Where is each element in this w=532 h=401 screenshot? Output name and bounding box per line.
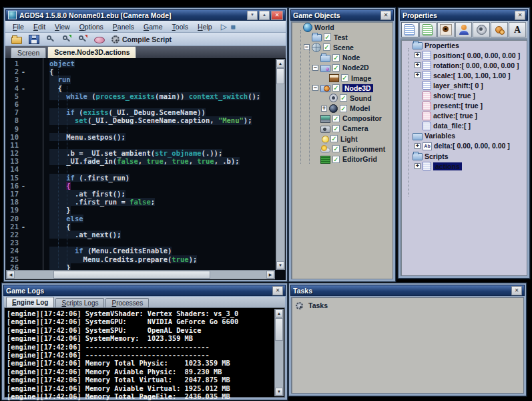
property-properties[interactable]: Properties <box>401 40 527 50</box>
property-data-file[interactable]: data_file:[ ] <box>401 121 527 131</box>
tree-item-image[interactable]: ✓Image <box>292 73 392 83</box>
properties-tree[interactable]: Properties+position:[ 0.00, 0.00, 0.00 ]… <box>401 39 527 276</box>
property-scripts[interactable]: Scripts <box>401 151 527 161</box>
scroll-down-button[interactable]: ▼ <box>275 388 283 396</box>
menu-tools[interactable]: Tools <box>168 22 194 31</box>
tree-item-node2d[interactable]: −✓Node2D <box>292 63 392 73</box>
tree-item-sound[interactable]: ✓Sound <box>292 93 392 103</box>
zoom-in-button[interactable] <box>59 34 74 44</box>
props-tab-sound[interactable] <box>473 22 490 37</box>
property-rotation[interactable]: +rotation:[ 0.00, 0.00, 0.00 ] <box>401 60 527 70</box>
tasks-body[interactable]: Tasks <box>291 297 524 394</box>
log-vscrollbar[interactable]: ▲ ▼ <box>274 309 284 396</box>
zoom-out-button[interactable] <box>75 34 90 44</box>
fold-marker[interactable]: - <box>19 182 28 190</box>
scroll-up-button[interactable]: ▲ <box>276 59 284 68</box>
tree-item-node[interactable]: ✓Node <box>292 53 392 63</box>
vscroll-thumb[interactable] <box>275 318 283 341</box>
collapse-icon[interactable]: − <box>312 85 318 91</box>
property-actions[interactable]: +actions <box>401 161 527 171</box>
property-scale[interactable]: +scale:[ 1.00, 1.00, 1.00 ] <box>401 70 527 80</box>
expand-icon[interactable]: + <box>415 62 421 68</box>
fold-marker[interactable]: - <box>19 68 28 76</box>
close-icon[interactable]: ✕ <box>272 286 283 295</box>
log-tab-scripts-logs[interactable]: Scripts Logs <box>55 298 104 307</box>
scroll-left-button[interactable]: ◀ <box>7 271 15 279</box>
maximize-button[interactable]: ▲ <box>259 11 270 20</box>
tree-item-test[interactable]: ✓Test <box>292 32 392 42</box>
property-show[interactable]: show:[ true ] <box>401 90 527 100</box>
scroll-up-button[interactable]: ▲ <box>275 309 283 317</box>
checkbox[interactable]: ✓ <box>340 94 347 102</box>
game-logs-titlebar[interactable]: Game Logs ✕ <box>3 285 286 296</box>
menu-edit[interactable]: Edit <box>29 22 50 31</box>
close-icon[interactable]: ✕ <box>511 286 522 295</box>
checkbox[interactable]: ✓ <box>332 115 340 122</box>
expand-icon[interactable]: + <box>415 72 421 78</box>
tree-item-light[interactable]: ✓Light <box>292 134 392 144</box>
vscroll-thumb[interactable] <box>276 68 284 84</box>
play-icon[interactable]: ▷ <box>221 23 227 30</box>
close-button[interactable]: ✕ <box>271 11 283 20</box>
zoom-button[interactable] <box>43 34 58 44</box>
tree-item-editorgrid[interactable]: ✓EditorGrid <box>292 154 392 164</box>
property-position[interactable]: +position:[ 0.00, 0.00, 0.00 ] <box>401 50 527 60</box>
checkbox[interactable]: ✓ <box>332 84 340 92</box>
compile-script-button[interactable]: Compile Script <box>109 35 174 44</box>
props-tab-user[interactable] <box>455 22 473 37</box>
property-active[interactable]: active:[ true ] <box>401 111 527 121</box>
menu-game[interactable]: Game <box>139 22 168 31</box>
open-file-button[interactable] <box>9 34 25 45</box>
expand-icon[interactable]: + <box>415 143 421 149</box>
checkbox[interactable]: ✓ <box>332 156 340 163</box>
property-variables[interactable]: Variables <box>401 131 527 141</box>
main-titlebar[interactable]: AGDS4 1.5.8.0 Noname01.ebu [Camera Mode]… <box>5 9 286 21</box>
properties-titlebar[interactable]: Properties ✕ <box>400 9 528 21</box>
stop-icon[interactable]: ■ <box>231 23 236 30</box>
menu-options[interactable]: Options <box>75 22 108 31</box>
game-objects-tree[interactable]: World✓Test−✓Scene✓Node−✓Node2D✓Image−✓No… <box>291 21 393 279</box>
props-tab-general[interactable] <box>401 22 419 37</box>
collapse-icon[interactable]: − <box>312 65 318 71</box>
scroll-right-button[interactable]: ▶ <box>266 271 274 279</box>
props-tab-fonts[interactable]: A <box>509 22 526 37</box>
expand-icon[interactable]: + <box>415 52 421 58</box>
checkbox[interactable]: ✓ <box>341 74 348 82</box>
checkbox[interactable]: ✓ <box>332 145 340 152</box>
property-delta[interactable]: +Abdelta:[ 0.00, 0.00, 0.00 ] <box>401 141 527 151</box>
collapse-icon[interactable]: − <box>304 44 310 50</box>
menu-panels[interactable]: Panels <box>108 22 139 31</box>
menu-help[interactable]: Help <box>193 22 217 31</box>
checkbox[interactable]: ✓ <box>330 135 338 142</box>
log-output[interactable]: [engine][17:42:06] SystemVShader: Vertex… <box>4 307 285 398</box>
minimize-button[interactable]: ▼ <box>247 11 258 20</box>
tree-item-scene[interactable]: −✓Scene <box>292 42 392 52</box>
editor-hscrollbar[interactable]: ◀ ▶ <box>6 270 275 279</box>
tree-item-world[interactable]: World <box>292 22 392 32</box>
fold-marker[interactable]: - <box>19 223 28 231</box>
checkbox[interactable]: ✓ <box>332 54 340 61</box>
tab-scene-node3d-actions[interactable]: Scene.Node3D.actions <box>47 46 136 58</box>
game-objects-titlebar[interactable]: Game Objects ✕ <box>290 9 394 21</box>
checkbox[interactable]: ✓ <box>332 64 340 72</box>
editor-vscrollbar[interactable]: ▲ ▼ <box>276 59 285 270</box>
hscroll-thumb[interactable] <box>53 271 210 279</box>
checkbox[interactable]: ✓ <box>324 33 331 41</box>
tasks-titlebar[interactable]: Tasks ✕ <box>290 285 525 296</box>
property-present[interactable]: present:[ true ] <box>401 101 527 111</box>
checkbox[interactable]: ✓ <box>323 43 330 51</box>
checkbox[interactable]: ✓ <box>332 125 340 132</box>
expand-icon[interactable]: + <box>321 106 327 112</box>
props-tab-plugins[interactable] <box>491 22 508 37</box>
log-tab-processes[interactable]: Processes <box>105 298 149 307</box>
property-layer-shift[interactable]: layer_shift:[ 0 ] <box>401 80 527 90</box>
tree-item-compositor[interactable]: ✓Compositor <box>292 114 392 124</box>
tree-item-camera[interactable]: ✓Camera <box>292 124 392 134</box>
fold-marker[interactable]: - <box>19 84 28 92</box>
tree-item-model[interactable]: +✓Model <box>292 104 392 114</box>
tasks-root-item[interactable]: Tasks <box>296 300 523 311</box>
tree-item-environment[interactable]: ✓Environment <box>292 144 392 154</box>
props-tab-extended[interactable] <box>419 22 437 37</box>
expand-icon[interactable]: + <box>415 163 421 169</box>
menu-file[interactable]: File <box>8 22 29 31</box>
